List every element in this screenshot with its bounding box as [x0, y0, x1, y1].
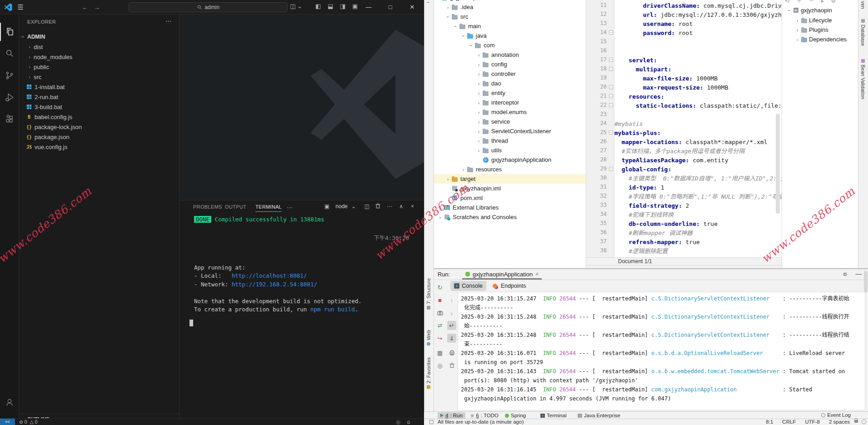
maven-item-Plugins[interactable]: ›Plugins	[794, 25, 828, 35]
menu-icon[interactable]: ☰	[15, 2, 25, 12]
toggle-sidebar-icon[interactable]: ◧	[315, 3, 321, 10]
launch-profile-chevron-icon[interactable]: ⌄	[351, 203, 356, 210]
project-item-service[interactable]: ›service	[434, 117, 586, 126]
kill-terminal-icon[interactable]	[375, 203, 380, 210]
explorer-more-actions-icon[interactable]: ⋯	[165, 17, 172, 25]
down-stack-trace-icon[interactable]: ↓	[447, 308, 456, 317]
forward-icon[interactable]: →	[92, 2, 102, 12]
project-item-gxjyzhaopinApplication[interactable]: CgxjyzhaopinApplication	[434, 155, 586, 165]
toolwindow-database[interactable]: Database	[860, 19, 866, 46]
toolwindow-button-todo[interactable]: ≣6: TODO	[468, 412, 501, 419]
indent-setting[interactable]: 2 spaces	[829, 419, 850, 425]
project-item-com[interactable]: ›com	[434, 40, 586, 50]
clear-all-trash-icon[interactable]	[447, 361, 456, 370]
tab-output[interactable]: OUTPUT	[225, 204, 246, 210]
project-item-utils[interactable]: ›utils	[434, 145, 586, 155]
explorer-item-node_modules[interactable]: ›node_modules	[19, 52, 180, 62]
run-configuration-tab[interactable]: gxjyzhaopinApplication ✕	[462, 270, 542, 280]
hide-toolwindow-icon[interactable]: —	[855, 270, 862, 277]
explorer-item-src[interactable]: ›src	[19, 72, 180, 82]
up-stack-trace-icon[interactable]: ↑	[447, 295, 456, 305]
fold-marker-icon[interactable]: −	[609, 85, 613, 89]
feedback-icon[interactable]: ◎	[396, 419, 400, 425]
stop-icon[interactable]: ■	[435, 295, 444, 305]
toolwindow-web[interactable]: Web	[426, 330, 431, 345]
toggle-secondary-sidebar-icon[interactable]: ◨	[340, 3, 345, 10]
project-item-target[interactable]: ›target	[434, 174, 586, 184]
problems-status[interactable]: ⊘ 0 △ 0	[19, 419, 37, 425]
explorer-item-2-run.bat[interactable]: 2-run.bat	[19, 92, 180, 102]
maven-item-Lifecycle[interactable]: ›Lifecycle	[794, 15, 832, 25]
soft-wrap-icon[interactable]: ↵	[447, 321, 456, 330]
hector-inspector-icon[interactable]	[862, 420, 866, 424]
line-ending[interactable]: CRLF	[782, 419, 796, 425]
project-item-Scratches and Consoles[interactable]: ›Scratches and Consoles	[434, 212, 586, 222]
encoding[interactable]: UTF-8	[805, 419, 820, 425]
project-item-controller[interactable]: ›controller	[434, 69, 586, 79]
explorer-item-vue.config.js[interactable]: JSvue.config.js	[19, 142, 180, 152]
print-icon[interactable]	[447, 348, 456, 357]
notifications-bell-icon[interactable]	[406, 419, 411, 425]
scroll-to-end-icon[interactable]: ⇓	[447, 334, 456, 343]
run-settings-gear-icon[interactable]	[842, 271, 848, 279]
maven-root[interactable]: › m gxjyzhaopin	[786, 5, 832, 15]
tab-problems[interactable]: PROBLEMS	[193, 204, 222, 210]
readonly-lock-icon[interactable]	[854, 420, 858, 423]
maximize-panel-icon[interactable]: ∧	[399, 203, 403, 210]
project-item-gxjyzhaopin.iml[interactable]: gxjyzhaopin.iml	[434, 184, 586, 193]
explorer-icon[interactable]	[0, 23, 19, 41]
customize-layout-icon[interactable]: ▣	[352, 3, 358, 10]
editor-collapse-chevron-icon[interactable]: ⌄	[777, 5, 781, 10]
explorer-item-public[interactable]: ›public	[19, 62, 180, 72]
network-url[interactable]: http://192.168.2.54:8081/	[232, 281, 317, 288]
project-item-resources[interactable]: ›resources	[434, 165, 586, 174]
tab-endpoints[interactable]: Endpoints	[489, 281, 530, 291]
close-tab-icon[interactable]: ✕	[535, 271, 539, 277]
explorer-item-3-build.bat[interactable]: 3-build.bat	[19, 102, 180, 112]
extensions-icon[interactable]	[0, 110, 19, 128]
camera-icon[interactable]	[435, 308, 444, 317]
search-sidebar-icon[interactable]	[0, 45, 19, 63]
source-control-icon[interactable]	[0, 66, 19, 85]
rerun-icon[interactable]: ↻	[435, 283, 444, 292]
project-item-main[interactable]: ›main	[434, 21, 586, 31]
restore-layout-icon[interactable]: ▦	[435, 348, 444, 357]
accounts-icon[interactable]	[0, 393, 19, 411]
project-item-thread[interactable]: ›thread	[434, 136, 586, 145]
explorer-item-package.json[interactable]: {}package.json	[19, 132, 180, 142]
close-button[interactable]: ✕	[402, 0, 423, 14]
fold-marker-icon[interactable]: −	[609, 30, 613, 35]
fold-marker-icon[interactable]: −	[609, 130, 613, 135]
terminal-shell-label[interactable]: node	[335, 203, 348, 210]
project-item-.idea[interactable]: ›.idea	[434, 2, 586, 12]
minimize-button[interactable]: —	[358, 0, 379, 14]
toolwindow-button-spring[interactable]: Spring	[502, 412, 529, 419]
project-item-dao[interactable]: ›dao	[434, 79, 586, 88]
update-application-icon[interactable]: ⇄	[435, 321, 444, 330]
explorer-root-folder[interactable]: ›ADMIN	[19, 32, 180, 42]
split-terminal-icon[interactable]: ◫	[364, 203, 369, 210]
project-item-model.enums[interactable]: ›model.enums	[434, 107, 586, 117]
outline-section[interactable]: ›OUTLINE	[19, 414, 180, 418]
explorer-item-babel.config.js[interactable]: Bbabel.config.js	[19, 112, 180, 122]
panel-more-tabs-icon[interactable]: ⋯	[287, 204, 293, 211]
remote-indicator[interactable]: ><	[0, 419, 15, 425]
tab-console[interactable]: ›Console	[450, 281, 486, 291]
toolwindow-maven[interactable]: ven	[860, 1, 866, 9]
toolwindow-button-javaenterprise[interactable]: Java Enterprise	[575, 412, 623, 419]
project-item-src[interactable]: ›src	[434, 12, 586, 21]
yaml-editor[interactable]: 11121314−151617−18−1920−21−22−232425−262…	[586, 0, 782, 257]
project-item-ServletContextListener[interactable]: ›ServletContextListener	[434, 126, 586, 136]
console-scrollbar-thumb[interactable]	[864, 271, 868, 293]
pin-tab-icon[interactable]: ◎	[435, 361, 444, 370]
explorer-item-1-install.bat[interactable]: 1-install.bat	[19, 82, 180, 92]
project-item-pom.xml[interactable]: mpom.xml	[434, 193, 586, 203]
close-panel-icon[interactable]: ×	[411, 203, 414, 210]
fold-marker-icon[interactable]: −	[609, 94, 613, 98]
project-item-External Libraries[interactable]: ›External Libraries	[434, 203, 586, 212]
fold-marker-icon[interactable]: −	[609, 167, 613, 171]
project-item-annotation[interactable]: ›annotation	[434, 50, 586, 60]
explorer-item-dist[interactable]: ›dist	[19, 42, 180, 52]
toggle-panel-dropdown-icon[interactable]: ◫ ⌄	[290, 3, 302, 10]
toggle-panel-icon[interactable]: ⬓	[328, 3, 333, 10]
